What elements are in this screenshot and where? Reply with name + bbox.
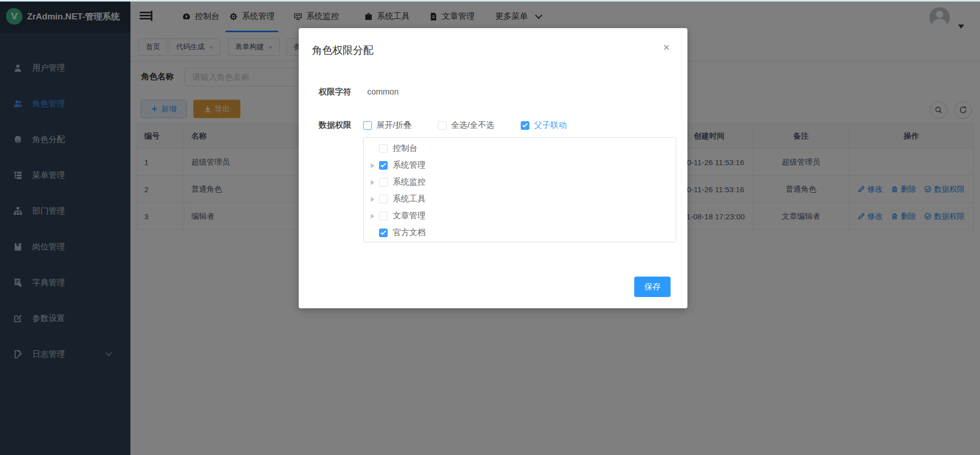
tree-node-checkbox[interactable] [379, 161, 388, 170]
checkbox [363, 121, 372, 130]
checkbox [521, 121, 529, 130]
tree-node[interactable]: 系统工具 [364, 191, 676, 208]
app-window: V ZrAdmin.NET-管理系统 用户管理 角色管理 角色分配 菜单管理 [0, 0, 980, 455]
window-top-edge [0, 0, 980, 2]
checkbox [438, 121, 447, 130]
role-permission-dialog: 角色权限分配 × 权限字符 common 数据权限 展开/折叠 全选/全不选 父… [299, 28, 687, 308]
tree-option-row: 展开/折叠 全选/全不选 父子联动 [299, 120, 687, 130]
tree-node[interactable]: 文章管理 [364, 208, 676, 224]
caret-right-icon[interactable] [371, 180, 374, 185]
dialog-title: 角色权限分配 [312, 43, 373, 57]
dialog-close-icon[interactable]: × [659, 40, 674, 55]
tree-node-checkbox[interactable] [379, 144, 388, 153]
caret-right-icon[interactable] [371, 163, 374, 168]
tree-node-checkbox[interactable] [379, 229, 388, 237]
caret-right-icon[interactable] [371, 197, 374, 202]
tree-node[interactable]: 控制台 [364, 140, 676, 157]
perm-char-label: 权限字符 [319, 87, 351, 98]
tree-node[interactable]: 官方文档 [364, 224, 676, 241]
save-button[interactable]: 保存 [634, 277, 671, 297]
tree-node[interactable]: 系统管理 [364, 157, 676, 174]
tree-option-checkbox[interactable]: 展开/折叠 [363, 120, 411, 131]
tree-node[interactable]: 系统监控 [364, 174, 676, 191]
caret-right-icon[interactable] [371, 214, 374, 219]
tree-node-checkbox[interactable] [379, 178, 388, 187]
tree-node-checkbox[interactable] [379, 212, 388, 220]
tree-node-checkbox[interactable] [379, 195, 388, 203]
tree-option-checkbox[interactable]: 父子联动 [521, 120, 567, 131]
perm-char-value: common [367, 87, 398, 97]
tree-option-checkbox[interactable]: 全选/全不选 [438, 120, 494, 131]
menu-permission-tree: 控制台 系统管理 系统监控 系统工具 文章管理 [363, 137, 676, 242]
